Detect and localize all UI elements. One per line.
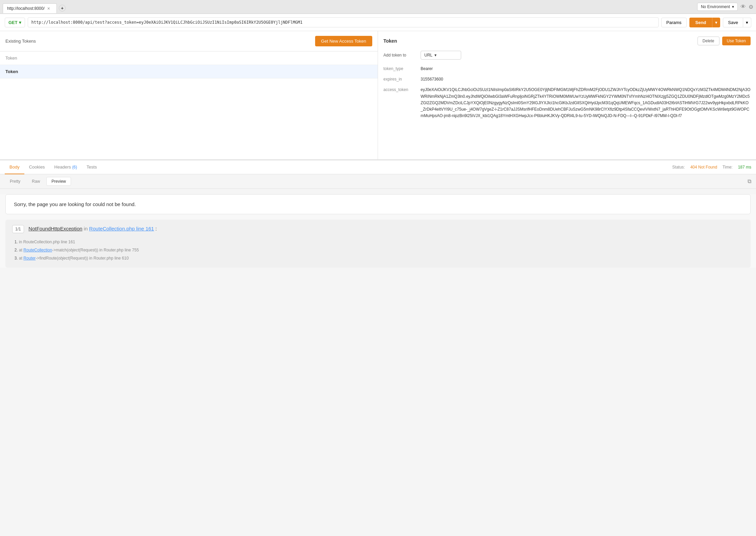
tab-pretty[interactable]: Pretty	[5, 177, 25, 186]
send-dropdown-arrow[interactable]: ▾	[712, 18, 720, 27]
stack-trace-item: at Router->findRoute(object(Request)) in…	[19, 254, 744, 262]
field-label-expires-in: expires_in	[383, 76, 417, 82]
headers-badge: (6)	[72, 165, 77, 170]
add-tab-button[interactable]: +	[59, 5, 66, 12]
save-button[interactable]: Save	[723, 18, 743, 27]
response-tabs: Body Cookies Headers (6) Tests Status: 4…	[0, 160, 756, 174]
exception-in-text: in	[84, 226, 88, 231]
exception-colon: :	[156, 226, 157, 231]
gear-icon[interactable]: ⚙	[749, 4, 753, 10]
tab-bar: http://localhost:8000/ × + No Environmen…	[0, 0, 756, 14]
exception-class[interactable]: NotFoundHttpException	[28, 226, 82, 231]
field-value-access-token: eyJ0eXAiOiJKV1QiLCJhbGciOiJSUzI1NiIsImp0…	[421, 87, 751, 119]
auth-panel: Existing Tokens Get New Access Token Tok…	[0, 31, 756, 160]
token-field-expires: expires_in 3155673600	[383, 76, 751, 83]
list-item[interactable]: Token	[0, 51, 378, 65]
existing-tokens-label: Existing Tokens	[5, 39, 36, 44]
status-bar: Status: 404 Not Found Time: 187 ms	[672, 161, 751, 174]
add-token-row: Add token to URL ▾	[383, 51, 751, 60]
token-detail-actions: Delete Use Token	[698, 37, 751, 45]
field-value-expires-in: 3155673600	[421, 76, 751, 83]
add-token-to-value: URL	[424, 53, 432, 58]
token-detail-header: Token Delete Use Token	[383, 37, 751, 45]
copy-icon[interactable]: ⧉	[748, 178, 751, 184]
stack-trace-item: in RouteCollection.php line 161	[19, 238, 744, 246]
tab-cookies[interactable]: Cookies	[24, 160, 50, 174]
method-selector[interactable]: GET ▾	[5, 18, 25, 27]
error-message: Sorry, the page you are looking for coul…	[14, 201, 136, 207]
exception-file[interactable]: RouteCollection.php line 161	[89, 226, 154, 231]
chevron-down-icon: ▾	[434, 53, 436, 58]
stack-trace-text-3: at Router->findRoute(object(Request)) in…	[19, 256, 129, 261]
add-token-to-select[interactable]: URL ▾	[421, 51, 461, 60]
chevron-down-icon: ▾	[19, 20, 21, 25]
tab-preview[interactable]: Preview	[46, 177, 71, 186]
env-label: No Environment	[701, 4, 730, 9]
tab-url: http://localhost:8000/	[7, 6, 45, 11]
tab-raw[interactable]: Raw	[27, 177, 45, 186]
token-field-access-token: access_token eyJ0eXAiOiJKV1QiLCJhbGciOiJ…	[383, 87, 751, 119]
send-button[interactable]: Send	[689, 18, 712, 27]
status-label: Status:	[672, 165, 685, 170]
params-button[interactable]: Params	[661, 18, 687, 27]
use-token-button[interactable]: Use Token	[722, 37, 751, 45]
delete-token-button[interactable]: Delete	[698, 37, 719, 45]
get-new-access-token-button[interactable]: Get New Access Token	[315, 36, 372, 46]
env-selector: No Environment ▾ 👁 ⚙	[697, 3, 753, 14]
save-dropdown-arrow[interactable]: ▾	[743, 18, 751, 27]
field-value-token-type: Bearer	[421, 66, 751, 72]
stack-trace-item: at RouteCollection->match(object(Request…	[19, 246, 744, 254]
exception-counter: 1/1	[12, 225, 24, 233]
list-item[interactable]: Token	[0, 65, 378, 79]
exception-title: NotFoundHttpException in RouteCollection…	[28, 226, 157, 231]
response-body: Sorry, the page you are looking for coul…	[0, 194, 756, 268]
view-tabs: Pretty Raw Preview ⧉	[0, 174, 756, 189]
request-bar: GET ▾ Params Send ▾ Save ▾	[0, 14, 756, 31]
tab-close-icon[interactable]: ×	[47, 6, 50, 11]
add-token-to-label: Add token to	[383, 53, 417, 58]
url-input[interactable]	[28, 17, 659, 27]
token-detail: Token Delete Use Token Add token to URL …	[378, 31, 756, 159]
token-detail-title: Token	[383, 38, 397, 44]
time-label: Time:	[723, 165, 733, 170]
browser-tab[interactable]: http://localhost:8000/ ×	[3, 3, 57, 13]
tokens-list: Existing Tokens Get New Access Token Tok…	[0, 31, 378, 159]
send-button-group: Send ▾	[689, 18, 720, 27]
field-label-token-type: token_type	[383, 66, 417, 71]
exception-box: 1/1 NotFoundHttpException in RouteCollec…	[5, 220, 751, 268]
tab-headers[interactable]: Headers (6)	[50, 160, 82, 174]
chevron-down-icon: ▾	[732, 4, 734, 9]
eye-icon[interactable]: 👁	[740, 4, 746, 10]
error-message-box: Sorry, the page you are looking for coul…	[5, 194, 751, 214]
stack-trace-text-1: in RouteCollection.php line 161	[19, 240, 75, 244]
stack-trace: in RouteCollection.php line 161 at Route…	[12, 238, 744, 262]
tab-body[interactable]: Body	[5, 160, 24, 174]
status-value: 404 Not Found	[690, 165, 717, 170]
method-label: GET	[8, 20, 18, 25]
stack-trace-text-2: at RouteCollection->match(object(Request…	[19, 248, 139, 252]
tokens-header: Existing Tokens Get New Access Token	[0, 31, 378, 51]
environment-dropdown[interactable]: No Environment ▾	[697, 3, 738, 11]
time-value: 187 ms	[738, 165, 751, 170]
tab-tests[interactable]: Tests	[82, 160, 101, 174]
save-button-group: Save ▾	[723, 18, 751, 27]
token-field-type: token_type Bearer	[383, 66, 751, 72]
field-label-access-token: access_token	[383, 87, 417, 92]
